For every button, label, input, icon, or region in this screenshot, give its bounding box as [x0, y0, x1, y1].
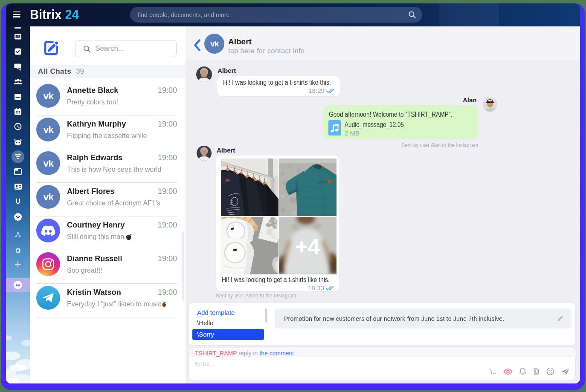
svg-text:vk: vk — [43, 125, 54, 135]
svg-text:vk: vk — [210, 40, 219, 48]
svg-text:vk: vk — [43, 192, 54, 202]
svg-text:+4: +4 — [295, 235, 319, 259]
svg-text:vk: vk — [43, 91, 54, 101]
svg-text:vk: vk — [43, 159, 54, 168]
